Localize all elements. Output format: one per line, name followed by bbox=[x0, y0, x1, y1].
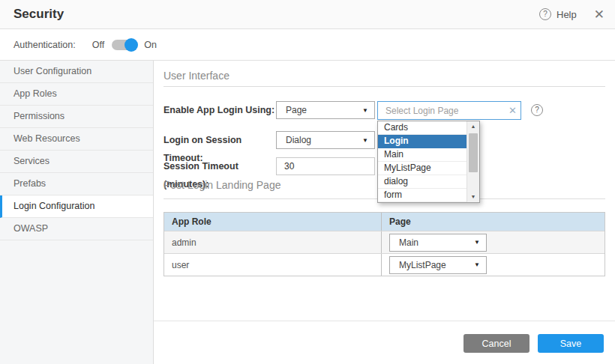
authentication-bar: Authentication: Off On bbox=[0, 29, 615, 61]
table-row: admin Main ▼ bbox=[164, 231, 604, 253]
close-icon[interactable]: ✕ bbox=[594, 8, 604, 21]
dropdown-option-dialog[interactable]: dialog bbox=[378, 175, 466, 189]
session-timeout-login-select[interactable]: Dialog ▼ bbox=[276, 131, 375, 149]
title-bar: Security ? Help ✕ bbox=[0, 0, 615, 29]
session-timeout-login-value: Dialog bbox=[286, 135, 311, 145]
sidebar-item-app-roles[interactable]: App Roles bbox=[0, 83, 153, 106]
sidebar-item-user-configuration[interactable]: User Configuration bbox=[0, 61, 153, 83]
sidebar-item-owasp[interactable]: OWASP bbox=[0, 218, 153, 240]
table-row: user MyListPage ▼ bbox=[164, 253, 604, 276]
dropdown-option-login[interactable]: Login bbox=[378, 135, 466, 148]
sidebar-item-prefabs[interactable]: Prefabs bbox=[0, 173, 153, 195]
post-login-table: App Role Page admin Main ▼ user MyListPa… bbox=[164, 212, 605, 276]
dropdown-scrollbar[interactable]: ▲ ▼ bbox=[466, 121, 479, 202]
chevron-down-icon: ▼ bbox=[474, 261, 480, 268]
admin-page-select[interactable]: Main ▼ bbox=[389, 234, 487, 252]
field-help-icon[interactable]: ? bbox=[531, 104, 543, 116]
user-page-value: MyListPage bbox=[399, 260, 446, 270]
dropdown-option-mylistpage[interactable]: MyListPage bbox=[378, 162, 466, 175]
user-page-select[interactable]: MyListPage ▼ bbox=[389, 256, 487, 274]
dropdown-option-form[interactable]: form bbox=[378, 189, 466, 202]
toggle-off-label: Off bbox=[92, 40, 104, 50]
security-dialog: Security ? Help ✕ Authentication: Off On… bbox=[0, 0, 615, 364]
column-header-page: Page bbox=[381, 213, 604, 231]
toggle-knob-icon bbox=[124, 38, 138, 52]
main-content: User Interface Enable App Login Using: P… bbox=[154, 61, 615, 364]
help-icon[interactable]: ? bbox=[539, 8, 551, 20]
chevron-down-icon: ▼ bbox=[362, 137, 368, 144]
dropdown-option-main[interactable]: Main bbox=[378, 148, 466, 162]
cancel-button[interactable]: Cancel bbox=[464, 334, 530, 353]
admin-page-value: Main bbox=[399, 237, 418, 248]
sidebar-item-login-configuration[interactable]: Login Configuration bbox=[0, 195, 153, 218]
login-page-dropdown: Cards Login Main MyListPage dialog form … bbox=[377, 121, 480, 203]
sidebar-item-permissions[interactable]: Permissions bbox=[0, 106, 153, 128]
role-cell-user: user bbox=[164, 254, 381, 276]
login-type-value: Page bbox=[286, 105, 307, 115]
chevron-down-icon: ▼ bbox=[362, 107, 368, 114]
sidebar-item-web-resources[interactable]: Web Resources bbox=[0, 128, 153, 151]
enable-app-login-label: Enable App Login Using: bbox=[164, 101, 276, 119]
authentication-toggle[interactable] bbox=[112, 40, 136, 50]
scroll-up-icon[interactable]: ▲ bbox=[467, 121, 479, 132]
sidebar-item-services[interactable]: Services bbox=[0, 151, 153, 173]
scrollbar-thumb[interactable] bbox=[469, 133, 478, 172]
clear-icon[interactable]: ✕ bbox=[508, 105, 517, 116]
help-link[interactable]: Help bbox=[556, 9, 577, 20]
authentication-label: Authentication: bbox=[14, 40, 76, 50]
divider bbox=[164, 86, 605, 87]
scroll-down-icon[interactable]: ▼ bbox=[467, 192, 479, 202]
login-type-select[interactable]: Page ▼ bbox=[276, 101, 375, 119]
section-post-login: Post Login Landing Page bbox=[164, 179, 280, 191]
page-title: Security bbox=[14, 7, 64, 22]
sidebar: User Configuration App Roles Permissions… bbox=[0, 61, 154, 364]
chevron-down-icon: ▼ bbox=[474, 239, 480, 246]
footer-divider bbox=[154, 321, 615, 321]
login-page-search-input[interactable] bbox=[377, 101, 521, 120]
save-button[interactable]: Save bbox=[538, 334, 604, 353]
section-user-interface: User Interface bbox=[164, 70, 230, 82]
column-header-app-role: App Role bbox=[164, 213, 381, 231]
toggle-on-label: On bbox=[144, 40, 157, 50]
dropdown-option-cards[interactable]: Cards bbox=[378, 121, 466, 135]
session-timeout-minutes-input[interactable] bbox=[276, 157, 375, 175]
table-header-row: App Role Page bbox=[164, 213, 604, 231]
role-cell-admin: admin bbox=[164, 231, 381, 253]
